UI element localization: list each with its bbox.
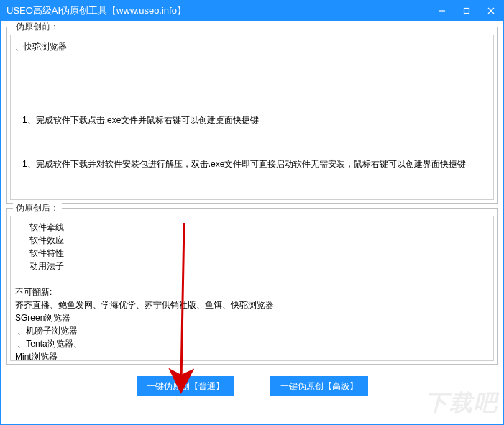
app-window: USEO高级AI伪原创工具【www.useo.info】 伪原创前： 、快驼浏览… xyxy=(0,0,504,425)
titlebar: USEO高级AI伪原创工具【www.useo.info】 xyxy=(1,1,503,21)
maximize-button[interactable] xyxy=(454,1,479,21)
rewrite-advanced-button[interactable]: 一键伪原创【高级】 xyxy=(270,376,368,396)
after-group-label: 伪原创后： xyxy=(13,202,62,214)
content-area: 伪原创前： 、快驼浏览器 1、完成软件下载点击.exe文件并鼠标右键可以创建桌面… xyxy=(1,21,503,424)
rewrite-normal-button[interactable]: 一键伪原创【普通】 xyxy=(137,376,234,396)
minimize-icon xyxy=(439,7,446,14)
close-button[interactable] xyxy=(479,1,503,21)
button-row: 一键伪原创【普通】 一键伪原创【高级】 xyxy=(6,369,498,405)
after-group: 伪原创后： 软件牵线 软件效应 软件特性 动用法子 不可翻新: 齐齐直播、鲍鱼发… xyxy=(6,208,498,365)
minimize-button[interactable] xyxy=(430,1,454,21)
window-controls xyxy=(430,1,503,21)
before-group-label: 伪原创前： xyxy=(13,21,62,33)
before-group: 伪原创前： 、快驼浏览器 1、完成软件下载点击.exe文件并鼠标右键可以创建桌面… xyxy=(6,27,498,204)
after-textbox[interactable]: 软件牵线 软件效应 软件特性 动用法子 不可翻新: 齐齐直播、鲍鱼发网、学海优学… xyxy=(10,216,494,361)
window-title: USEO高级AI伪原创工具【www.useo.info】 xyxy=(6,4,430,17)
before-textbox[interactable]: 、快驼浏览器 1、完成软件下载点击.exe文件并鼠标右键可以创建桌面快捷键 1、… xyxy=(10,35,494,200)
svg-rect-1 xyxy=(464,9,469,14)
close-icon xyxy=(487,7,495,14)
maximize-icon xyxy=(463,7,470,14)
